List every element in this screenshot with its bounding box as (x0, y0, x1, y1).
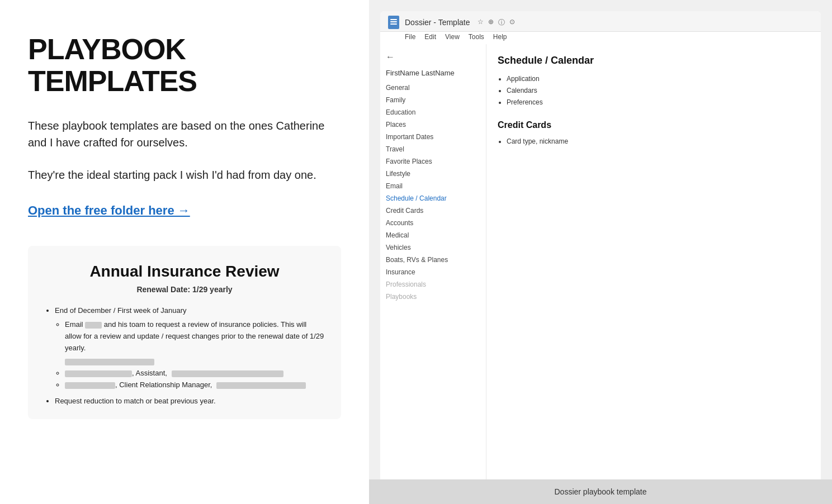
menu-file[interactable]: File (405, 33, 415, 41)
menu-tools[interactable]: Tools (469, 33, 484, 41)
docs-window-title: Dossier - Template (405, 18, 470, 27)
credit-cards-item-1: Card type, nickname (507, 136, 810, 146)
sidebar-item-credit-cards[interactable]: Credit Cards (380, 205, 486, 217)
sidebar-item-family[interactable]: Family (380, 94, 486, 106)
sidebar-item-travel[interactable]: Travel (380, 143, 486, 155)
sidebar-item-accounts[interactable]: Accounts (380, 217, 486, 229)
description-2: They're the ideal starting pack I wish I… (28, 167, 341, 183)
main-layout: PLAYBOOK TEMPLATES These playbook templa… (0, 0, 832, 504)
preview-subbullet-3: , Client Relationship Manager, (65, 379, 324, 391)
preview-subbullet-spacer (65, 356, 324, 368)
sidebar-item-professionals[interactable]: Professionals (380, 278, 486, 291)
sidebar-user-name: FirstName LastName (380, 66, 486, 82)
docs-title-icons: ☆ ⊕ ⓘ ⊙ (478, 18, 515, 27)
menu-help[interactable]: Help (493, 33, 507, 41)
sidebar-item-boats-rvs-planes[interactable]: Boats, RVs & Planes (380, 254, 486, 266)
sidebar-item-important-dates[interactable]: Important Dates (380, 131, 486, 143)
sidebar-item-education[interactable]: Education (380, 106, 486, 118)
menu-view[interactable]: View (445, 33, 460, 41)
sidebar-item-lifestyle[interactable]: Lifestyle (380, 168, 486, 180)
preview-subbullet-2: , Assistant, (65, 368, 324, 379)
section-title-schedule: Schedule / Calendar (498, 53, 810, 68)
sidebar-item-schedule-calendar[interactable]: Schedule / Calendar (380, 192, 486, 205)
cloud-icon[interactable]: ⊕ (488, 18, 494, 27)
sidebar-item-favorite-places[interactable]: Favorite Places (380, 155, 486, 168)
docs-menu-bar: File Edit View Tools Help (380, 32, 821, 44)
docs-window: Dossier - Template ☆ ⊕ ⓘ ⊙ File Edit Vie… (380, 11, 821, 479)
sidebar-item-places[interactable]: Places (380, 118, 486, 131)
right-panel: Dossier - Template ☆ ⊕ ⓘ ⊙ File Edit Vie… (369, 0, 832, 504)
insurance-preview-card: Annual Insurance Review Renewal Date: 1/… (28, 246, 341, 419)
content-item-calendars: Calendars (507, 85, 810, 96)
preview-subtitle: Renewal Date: 1/29 yearly (45, 285, 324, 294)
docs-body: ← FirstName LastName General Family Educ… (380, 44, 821, 479)
content-item-application: Application (507, 74, 810, 84)
sidebar-item-general[interactable]: General (380, 82, 486, 94)
docs-titlebar: Dossier - Template ☆ ⊕ ⓘ ⊙ (380, 11, 821, 32)
open-folder-link[interactable]: Open the free folder here → (28, 203, 190, 217)
docs-main-content: Schedule / Calendar Application Calendar… (486, 44, 821, 479)
content-item-preferences: Preferences (507, 97, 810, 107)
sidebar-back-button[interactable]: ← (380, 50, 486, 66)
preview-bullet-1: End of December / First week of January (55, 305, 324, 317)
page-title: PLAYBOOK TEMPLATES (28, 34, 341, 97)
description-1: These playbook templates are based on th… (28, 117, 341, 151)
sidebar-item-medical[interactable]: Medical (380, 229, 486, 241)
sidebar-item-playbooks[interactable]: Playbooks (380, 291, 486, 303)
docs-app-icon (388, 16, 399, 29)
preview-body: End of December / First week of January … (45, 305, 324, 407)
left-panel: PLAYBOOK TEMPLATES These playbook templa… (0, 0, 369, 504)
preview-bullet-2: Request reduction to match or beat previ… (55, 396, 324, 407)
sidebar-item-insurance[interactable]: Insurance (380, 266, 486, 278)
sidebar-item-vehicles[interactable]: Vehicles (380, 241, 486, 254)
preview-title: Annual Insurance Review (45, 263, 324, 280)
section-title-credit-cards: Credit Cards (498, 118, 810, 132)
sidebar-item-email[interactable]: Email (380, 180, 486, 192)
info-icon[interactable]: ⓘ (498, 18, 505, 27)
menu-edit[interactable]: Edit (424, 33, 436, 41)
share-icon[interactable]: ⊙ (509, 18, 515, 27)
docs-sidebar: ← FirstName LastName General Family Educ… (380, 44, 486, 479)
preview-subbullet-1: Email and his toam to request a review o… (65, 319, 324, 354)
docs-bottom-label: Dossier playbook template (369, 479, 832, 504)
star-icon[interactable]: ☆ (478, 18, 484, 27)
